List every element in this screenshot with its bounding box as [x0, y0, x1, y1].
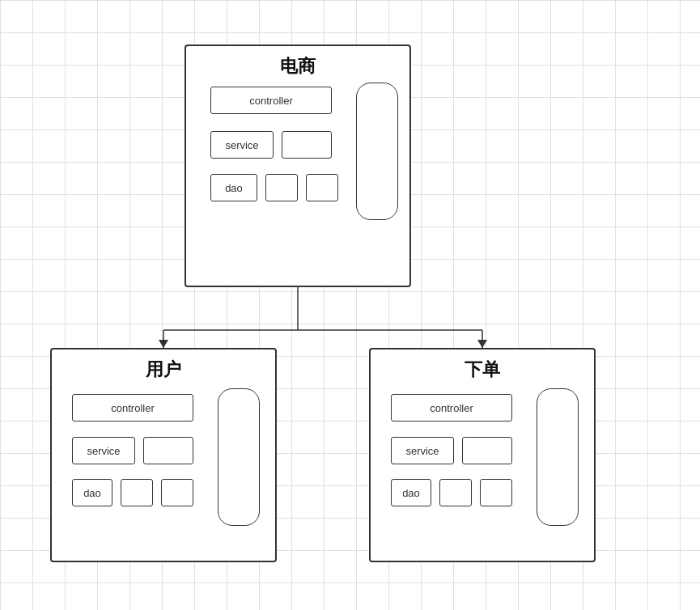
user-service-extra1	[143, 437, 193, 464]
user-title: 用户	[52, 349, 275, 388]
ecommerce-controller: controller	[210, 87, 332, 114]
svg-marker-3	[159, 340, 168, 348]
user-dao-extra1	[121, 479, 153, 506]
order-title: 下单	[371, 349, 594, 388]
ecommerce-title: 电商	[186, 46, 409, 85]
ecommerce-dao: dao	[210, 174, 257, 201]
ecommerce-dao-extra1	[265, 174, 298, 201]
user-side-panel	[218, 388, 260, 526]
order-dao-extra2	[480, 479, 512, 506]
user-dao-extra2	[161, 479, 193, 506]
user-controller: controller	[72, 394, 193, 421]
ecommerce-service-extra1	[282, 131, 332, 159]
order-dao-extra1	[439, 479, 472, 506]
order-service-extra1	[462, 437, 512, 464]
order-controller: controller	[391, 394, 512, 421]
order-dao: dao	[391, 479, 431, 506]
ecommerce-side-panel	[356, 83, 398, 220]
user-service: service	[72, 437, 135, 464]
order-side-panel	[537, 388, 579, 526]
order-module: 下单 controller service dao	[369, 348, 596, 562]
svg-marker-5	[477, 340, 487, 348]
order-service: service	[391, 437, 454, 464]
ecommerce-service: service	[210, 131, 274, 159]
user-dao: dao	[72, 479, 112, 506]
user-module: 用户 controller service dao	[50, 348, 277, 562]
ecommerce-module: 电商 controller service dao	[185, 44, 411, 287]
diagram-canvas: 电商 controller service dao 用户 controller	[0, 0, 700, 610]
ecommerce-dao-extra2	[306, 174, 338, 201]
